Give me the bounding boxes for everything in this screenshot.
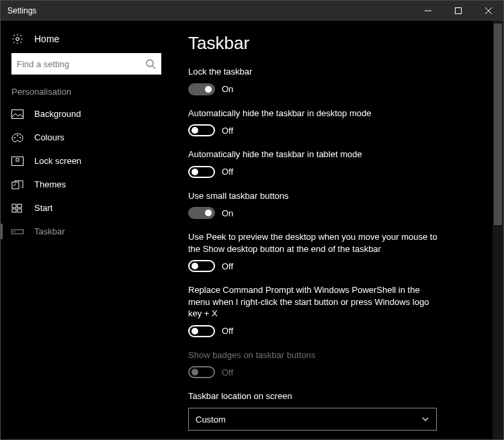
toggle-knob — [205, 86, 212, 93]
setting-hide-tablet: Automatically hide the taskbar in tablet… — [188, 148, 444, 178]
svg-rect-17 — [12, 209, 16, 212]
palette-icon — [11, 133, 24, 142]
close-button[interactable] — [473, 1, 503, 21]
toggle-hide-desktop[interactable] — [188, 124, 215, 136]
toggle-knob — [192, 263, 198, 269]
toggle-knob — [192, 328, 198, 335]
titlebar: Settings — [1, 1, 503, 21]
setting-label: Automatically hide the taskbar in tablet… — [188, 148, 444, 161]
setting-label: Taskbar location on screen — [188, 390, 444, 402]
select-taskbar-location[interactable]: Custom — [188, 408, 437, 431]
settings-window: Settings Home — [0, 0, 504, 440]
start-icon — [11, 204, 24, 213]
sidebar-item-label: Background — [34, 109, 81, 119]
sidebar-item-background[interactable]: Background — [1, 102, 172, 126]
svg-line-14 — [13, 183, 16, 186]
svg-rect-12 — [16, 159, 19, 161]
svg-point-8 — [14, 137, 15, 138]
category-header: Personalisation — [1, 87, 172, 102]
svg-point-4 — [16, 38, 19, 41]
sidebar-item-colours[interactable]: Colours — [1, 126, 172, 149]
svg-rect-13 — [12, 182, 19, 189]
svg-point-9 — [17, 135, 18, 136]
setting-small-buttons: Use small taskbar buttons On — [188, 190, 444, 220]
chevron-down-icon — [421, 415, 429, 423]
sidebar-item-label: Start — [34, 203, 52, 213]
svg-point-10 — [19, 137, 21, 138]
setting-badges: Show badges on taskbar buttons Off — [188, 349, 444, 379]
body: Home Personalisation Background — [1, 21, 503, 439]
setting-label: Use small taskbar buttons — [188, 190, 444, 202]
search-icon — [145, 58, 156, 69]
content: Taskbar Lock the taskbar On Automaticall… — [172, 21, 503, 439]
setting-peek: Use Peek to preview the desktop when you… — [188, 231, 444, 272]
minimize-button[interactable] — [413, 1, 443, 21]
svg-rect-7 — [12, 109, 24, 118]
taskbar-icon — [11, 227, 24, 236]
sidebar-item-label: Colours — [34, 132, 65, 142]
svg-rect-16 — [17, 204, 22, 208]
setting-label: Show badges on taskbar buttons — [188, 349, 444, 361]
sidebar-item-taskbar[interactable]: Taskbar — [1, 220, 172, 243]
svg-rect-15 — [12, 204, 16, 208]
toggle-hide-tablet[interactable] — [188, 166, 215, 178]
setting-location: Taskbar location on screen Custom — [188, 390, 444, 431]
sidebar: Home Personalisation Background — [1, 21, 172, 439]
lock-screen-icon — [11, 157, 24, 166]
svg-rect-1 — [455, 8, 461, 14]
close-icon — [485, 7, 492, 14]
search-container — [1, 53, 172, 87]
minimize-icon — [425, 7, 431, 14]
toggle-small-buttons[interactable] — [188, 207, 215, 219]
scrollbar-track[interactable] — [493, 21, 503, 439]
svg-point-5 — [146, 60, 153, 67]
setting-hide-desktop: Automatically hide the taskbar in deskto… — [188, 107, 444, 137]
toggle-peek[interactable] — [188, 260, 215, 272]
toggle-state: Off — [222, 261, 233, 271]
sidebar-item-label: Lock screen — [34, 156, 81, 166]
toggle-state: Off — [222, 326, 233, 336]
sidebar-item-label: Taskbar — [34, 226, 65, 236]
setting-powershell: Replace Command Prompt with Windows Powe… — [188, 284, 444, 337]
search-input[interactable] — [11, 53, 161, 75]
toggle-knob — [205, 210, 212, 216]
svg-rect-18 — [17, 209, 22, 212]
gear-icon — [11, 33, 24, 45]
page-title: Taskbar — [188, 33, 444, 54]
setting-label: Automatically hide the taskbar in deskto… — [188, 107, 444, 120]
scrollbar-thumb[interactable] — [494, 24, 502, 225]
toggle-state: Off — [222, 167, 233, 177]
home-label: Home — [34, 34, 59, 44]
sidebar-item-label: Themes — [34, 179, 66, 189]
select-value: Custom — [196, 414, 226, 425]
toggle-powershell[interactable] — [188, 325, 215, 337]
setting-label: Use Peek to preview the desktop when you… — [188, 231, 444, 255]
nav-list: Background Colours Lock screen Themes St… — [1, 102, 172, 243]
sidebar-item-lock-screen[interactable]: Lock screen — [1, 149, 172, 173]
home-button[interactable]: Home — [1, 30, 172, 53]
toggle-state: On — [222, 208, 233, 218]
toggle-badges — [188, 366, 215, 378]
sidebar-item-themes[interactable]: Themes — [1, 173, 172, 196]
setting-label: Lock the taskbar — [188, 66, 444, 78]
search-field[interactable] — [17, 59, 145, 69]
picture-icon — [11, 109, 24, 119]
maximize-icon — [455, 7, 462, 14]
toggle-knob — [192, 369, 198, 376]
toggle-state: Off — [222, 126, 233, 136]
toggle-knob — [192, 127, 198, 134]
sidebar-item-start[interactable]: Start — [1, 196, 172, 220]
toggle-knob — [192, 169, 198, 175]
themes-icon — [11, 180, 24, 189]
maximize-button[interactable] — [443, 1, 473, 21]
content-inner: Taskbar Lock the taskbar On Automaticall… — [188, 33, 444, 439]
svg-line-6 — [153, 66, 155, 69]
window-title: Settings — [7, 6, 36, 15]
toggle-lock-taskbar[interactable] — [188, 83, 215, 95]
toggle-state: Off — [222, 367, 233, 378]
toggle-state: On — [222, 84, 233, 94]
setting-label: Replace Command Prompt with Windows Powe… — [188, 284, 444, 320]
setting-lock-taskbar: Lock the taskbar On — [188, 66, 444, 95]
